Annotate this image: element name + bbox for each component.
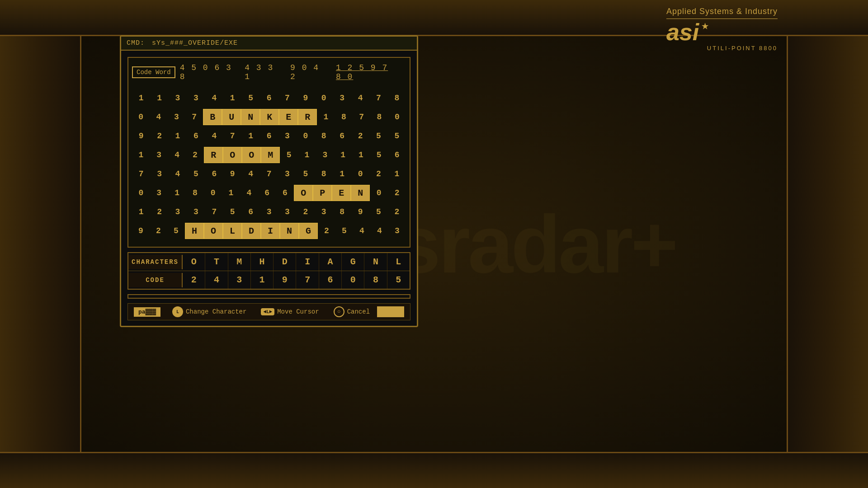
cell: 5	[167, 223, 185, 239]
cell: 6	[187, 128, 205, 144]
cell: 1	[169, 128, 187, 144]
char-cell-i: I	[296, 253, 319, 271]
cell: 2	[186, 147, 204, 163]
cell: 3	[333, 90, 351, 106]
cell-bunker-k: K	[260, 109, 279, 125]
char-cell-t: T	[205, 253, 228, 271]
code-cell-4: 4	[205, 271, 228, 289]
code-cell-5: 5	[387, 271, 410, 289]
cell: 1	[132, 90, 150, 106]
cell: 8	[333, 204, 351, 220]
grid-row-2: 0 4 3 7 B U N K E R 1 8 7 8 0	[132, 108, 406, 126]
char-cell-m: M	[228, 253, 251, 271]
cell-bunker-u: U	[222, 109, 241, 125]
cell: 7	[260, 166, 278, 182]
cell: 1	[388, 166, 406, 182]
terminal-window: CMD: sYs_###_OVERIDE/EXE Code Word 4 5 0…	[120, 35, 418, 327]
code-cell-6: 6	[319, 271, 342, 289]
cell: 1	[150, 90, 168, 106]
cell: 1	[334, 147, 352, 163]
cell: 8	[315, 128, 333, 144]
cell: 3	[278, 128, 296, 144]
characters-row: CHARACTERS O T M H D I A G N L	[128, 253, 410, 271]
cell: 3	[278, 204, 296, 220]
cell: 2	[150, 223, 167, 239]
cell: 7	[185, 109, 203, 125]
cell: 3	[150, 185, 168, 201]
cell: 8	[186, 185, 204, 201]
cell-holding-i: I	[261, 223, 280, 239]
cell: 1	[132, 147, 150, 163]
cell: 3	[187, 90, 205, 106]
cell: 0	[132, 185, 150, 201]
cell: 4	[205, 90, 223, 106]
control-change-character-label: Change Character	[186, 308, 246, 315]
cell: 9	[351, 204, 369, 220]
cell: 4	[169, 166, 187, 182]
char-cell-o: O	[183, 253, 205, 271]
frame-bottom	[0, 452, 868, 488]
cell-bunker-b: B	[203, 109, 222, 125]
cell: 9	[132, 128, 150, 144]
char-cell-d: D	[274, 253, 296, 271]
cell-open-n: N	[351, 185, 370, 201]
cell-open-e: E	[332, 185, 351, 201]
cell-bunker-e: E	[279, 109, 298, 125]
asi-company-name: Applied Systems & Industry	[666, 7, 778, 16]
cell: 3	[388, 223, 406, 239]
char-cell-h: H	[251, 253, 274, 271]
cmd-label: CMD:	[127, 39, 145, 47]
cell: 0	[315, 90, 333, 106]
cell: 0	[388, 109, 406, 125]
cell: 3	[315, 204, 333, 220]
left-trigger-icon: ◄L►	[261, 308, 274, 315]
code-cell-3: 3	[228, 271, 251, 289]
cell-room-o2: O	[242, 147, 261, 163]
cell: 4	[168, 147, 186, 163]
cell: 2	[318, 223, 335, 239]
cell: 0	[132, 109, 150, 125]
cell-holding-d: D	[242, 223, 261, 239]
cell: 2	[351, 128, 369, 144]
cell: 2	[388, 204, 406, 220]
cell: 7	[353, 109, 370, 125]
left-stick-icon: L	[172, 306, 183, 317]
cell: 6	[205, 166, 223, 182]
cell-holding-n: N	[280, 223, 299, 239]
cell: 8	[388, 90, 406, 106]
cmd-bar: CMD: sYs_###_OVERIDE/EXE	[121, 37, 417, 51]
cell: 5	[241, 90, 259, 106]
code-label: CODE	[128, 273, 183, 287]
grid-row-1: 1 1 3 3 4 1 5 6 7 9 0 3 4 7 8	[132, 89, 406, 107]
char-cell-n: N	[364, 253, 387, 271]
grid-area: Code Word 4 5 0 6 3 8 4 3 3 1 9 0 4 2 1 …	[127, 57, 410, 248]
cell: 7	[223, 128, 241, 144]
cell: 1	[298, 147, 316, 163]
code-cell-7: 7	[296, 271, 319, 289]
codeword-row: Code Word 4 5 0 6 3 8 4 3 3 1 9 0 4 2 1 …	[132, 63, 406, 81]
cell: 3	[260, 204, 278, 220]
codeword-label: Code Word	[132, 66, 175, 78]
cell: 4	[353, 223, 371, 239]
cell: 9	[132, 223, 150, 239]
cell: 2	[369, 166, 387, 182]
grid-row-5: 7 3 4 5 6 9 4 7 3 5 8 1 0 2 1	[132, 165, 406, 183]
cell: 3	[150, 166, 168, 182]
password-box: pa▓▓▓	[134, 307, 160, 317]
cell: 6	[260, 90, 278, 106]
yellow-box	[377, 306, 404, 317]
asi-star: ★	[701, 18, 709, 33]
cell: 4	[371, 223, 388, 239]
cell: 7	[278, 90, 296, 106]
cell: 3	[169, 204, 187, 220]
cell: 1	[317, 109, 335, 125]
cell: 4	[205, 128, 223, 144]
cell-room-m: M	[261, 147, 280, 163]
cell: 9	[223, 166, 241, 182]
circle-icon: ○	[334, 306, 344, 317]
characters-cells: O T M H D I A G N L	[183, 253, 410, 271]
cell: 1	[168, 185, 186, 201]
cell: 4	[351, 90, 369, 106]
cell: 8	[370, 109, 388, 125]
cell: 5	[369, 204, 387, 220]
